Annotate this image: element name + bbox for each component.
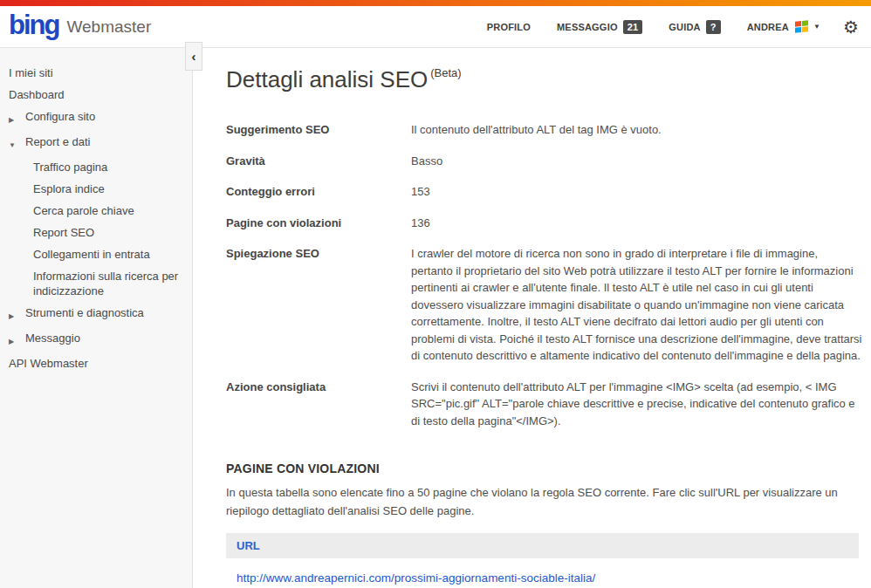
- sidebar-item-messaggio[interactable]: ▶Messaggio: [0, 327, 192, 352]
- sidebar-item-api-webmaster[interactable]: API Webmaster: [0, 352, 192, 374]
- chevron-right-icon[interactable]: ▶: [9, 109, 25, 127]
- detail-row-pagine-con-violazioni: Pagine con violazioni136: [226, 215, 862, 232]
- detail-label-azione-consigliata: Azione consigliata: [226, 379, 411, 430]
- seo-details: Suggerimento SEOIl contenuto dell'attrib…: [226, 121, 862, 429]
- sidebar-item-esplora-indice[interactable]: Esplora indice: [0, 178, 192, 200]
- sidebar-item-label: Traffico pagina: [33, 160, 107, 174]
- sidebar-item-collegamenti-in-entrata[interactable]: Collegamenti in entrata: [0, 243, 192, 265]
- sidebar-item-label: Dashboard: [9, 87, 65, 102]
- nav-guida-label: GUIDA: [669, 22, 700, 32]
- sidebar-item-label: Report SEO: [33, 225, 94, 240]
- detail-row-spiegazione-seo: Spiegazione SEOI crawler del motore di r…: [226, 245, 862, 365]
- sidebar-nav: I miei sitiDashboard▶Configura sito▼Repo…: [0, 48, 193, 588]
- chevron-down-icon: ▼: [813, 23, 820, 31]
- detail-value-azione-consigliata: Scrivi il contenuto dell'attributo ALT p…: [411, 379, 862, 430]
- sidebar-item-informazioni-ricerca-indicizzazione[interactable]: Informazioni sulla ricerca per indicizza…: [0, 265, 192, 302]
- detail-row-gravita: GravitàBasso: [226, 153, 862, 170]
- chevron-down-icon[interactable]: ▼: [9, 134, 25, 153]
- sidebar-item-label: Collegamenti in entrata: [33, 247, 150, 262]
- detail-label-suggerimento-seo: Suggerimento SEO: [226, 121, 411, 139]
- sidebar-item-configura-sito[interactable]: ▶Configura sito: [0, 106, 192, 131]
- sidebar-item-label: Esplora indice: [33, 181, 105, 196]
- brand-gradient-bar: [0, 0, 871, 6]
- sidebar-item-label: Report e dati: [25, 134, 90, 153]
- detail-value-gravita: Basso: [411, 153, 862, 170]
- sidebar-item-report-e-dati[interactable]: ▼Report e dati: [0, 131, 192, 156]
- nav-messaggio-label: MESSAGGIO: [557, 22, 618, 32]
- detail-row-azione-consigliata: Azione consigliataScrivi il contenuto de…: [226, 379, 862, 430]
- table-row: http://www.andreapernici.com/prossimi-ag…: [226, 558, 859, 588]
- page-title-text: Dettagli analisi SEO: [226, 66, 428, 92]
- nav-account-label: ANDREA: [747, 22, 789, 32]
- sidebar-collapse-button[interactable]: ‹: [185, 42, 202, 71]
- sidebar-item-report-seo[interactable]: Report SEO: [0, 222, 192, 243]
- beta-tag: (Beta): [430, 66, 461, 79]
- help-badge: ?: [706, 20, 721, 34]
- violations-heading: PAGINE CON VIOLAZIONI: [226, 462, 862, 475]
- sidebar-item-cerca-parole-chiave[interactable]: Cerca parole chiave: [0, 200, 192, 222]
- gear-icon[interactable]: ⚙: [843, 17, 859, 38]
- sidebar-item-label: API Webmaster: [9, 356, 88, 371]
- detail-label-gravita: Gravità: [226, 153, 411, 170]
- url-column-header: URL: [226, 533, 859, 558]
- violations-table-body: http://www.andreapernici.com/prossimi-ag…: [226, 558, 859, 588]
- windows-logo-icon: [795, 20, 808, 33]
- product-name: Webmaster: [66, 17, 151, 37]
- violations-table: URL http://www.andreapernici.com/prossim…: [226, 533, 859, 588]
- nav-profilo-label: PROFILO: [487, 22, 531, 32]
- violation-url-link[interactable]: http://www.andreapernici.com/prossimi-ag…: [237, 571, 595, 585]
- detail-value-suggerimento-seo: Il contenuto dell'attributo ALT del tag …: [411, 121, 862, 139]
- violations-description: In questa tabella sono elencate fino a 5…: [226, 483, 858, 520]
- sidebar-item-label: I miei siti: [9, 65, 53, 80]
- detail-row-conteggio-errori: Conteggio errori153: [226, 183, 862, 201]
- nav-profilo[interactable]: PROFILO: [487, 22, 531, 32]
- detail-row-suggerimento-seo: Suggerimento SEOIl contenuto dell'attrib…: [226, 121, 862, 139]
- sidebar-item-i-miei-siti[interactable]: I miei siti: [0, 62, 192, 84]
- sidebar-item-label: Strumenti e diagnostica: [25, 305, 144, 324]
- main-content: Dettagli analisi SEO(Beta) Suggerimento …: [193, 48, 871, 588]
- detail-label-conteggio-errori: Conteggio errori: [226, 183, 411, 201]
- sidebar-item-strumenti-e-diagnostica[interactable]: ▶Strumenti e diagnostica: [0, 302, 192, 327]
- chevron-right-icon[interactable]: ▶: [9, 305, 25, 324]
- sidebar-item-label: Messaggio: [25, 331, 80, 349]
- detail-label-pagine-con-violazioni: Pagine con violazioni: [226, 215, 411, 232]
- message-count-badge: 21: [623, 20, 643, 34]
- detail-value-spiegazione-seo: I crawler del motore di ricerca non sono…: [411, 245, 862, 365]
- chevron-right-icon[interactable]: ▶: [9, 331, 25, 349]
- app-header: bing Webmaster PROFILO MESSAGGIO 21 GUID…: [0, 6, 871, 48]
- bing-logo[interactable]: bing: [9, 11, 58, 42]
- nav-guida[interactable]: GUIDA ?: [669, 20, 720, 34]
- top-nav: PROFILO MESSAGGIO 21 GUIDA ? ANDREA ▼ ⚙: [461, 17, 859, 38]
- sidebar-item-label: Cerca parole chiave: [33, 203, 134, 218]
- detail-label-spiegazione-seo: Spiegazione SEO: [226, 245, 411, 365]
- detail-value-pagine-con-violazioni: 136: [411, 215, 862, 232]
- sidebar-item-traffico-pagina[interactable]: Traffico pagina: [0, 156, 192, 178]
- sidebar-item-label: Informazioni sulla ricerca per indicizza…: [33, 269, 185, 298]
- page-title: Dettagli analisi SEO(Beta): [226, 66, 862, 93]
- sidebar-item-dashboard[interactable]: Dashboard: [0, 84, 192, 106]
- nav-account[interactable]: ANDREA ▼: [747, 21, 820, 32]
- chevron-left-icon: ‹: [192, 50, 196, 63]
- nav-messaggio[interactable]: MESSAGGIO 21: [557, 20, 642, 34]
- app-body: I miei sitiDashboard▶Configura sito▼Repo…: [0, 48, 871, 588]
- sidebar-item-label: Configura sito: [25, 109, 95, 127]
- detail-value-conteggio-errori: 153: [411, 183, 862, 201]
